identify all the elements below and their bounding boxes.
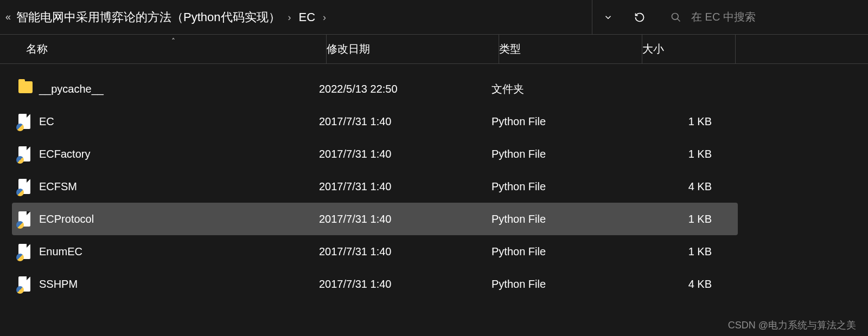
file-size: 1 KB bbox=[635, 213, 716, 225]
file-name: __pycache__ bbox=[39, 83, 319, 95]
column-header-date[interactable]: 修改日期 bbox=[327, 35, 499, 63]
breadcrumb-item[interactable]: EC bbox=[296, 0, 319, 34]
file-type: Python File bbox=[492, 213, 635, 225]
file-type: Python File bbox=[492, 278, 635, 290]
python-file-icon bbox=[18, 211, 31, 227]
file-row[interactable]: ECFSM2017/7/31 1:40Python File4 KB bbox=[12, 170, 738, 203]
file-date: 2017/7/31 1:40 bbox=[319, 278, 492, 290]
file-row[interactable]: SSHPM2017/7/31 1:40Python File4 KB bbox=[12, 268, 738, 300]
search-input[interactable] bbox=[691, 11, 854, 23]
file-size: 4 KB bbox=[635, 180, 716, 193]
breadcrumb-item[interactable]: 智能电网中采用博弈论的方法（Python代码实现） bbox=[13, 0, 284, 34]
file-name: SSHPM bbox=[39, 278, 319, 290]
file-name: ECProtocol bbox=[39, 213, 319, 225]
column-header-row: ˄ 名称 修改日期 类型 大小 bbox=[0, 35, 868, 64]
history-chevron-icon[interactable]: « bbox=[5, 11, 13, 23]
svg-line-1 bbox=[678, 18, 680, 21]
search-icon bbox=[671, 12, 681, 23]
file-name: ECFSM bbox=[39, 180, 319, 193]
file-date: 2017/7/31 1:40 bbox=[319, 180, 492, 193]
chevron-right-icon: › bbox=[318, 0, 330, 34]
folder-icon bbox=[18, 81, 31, 96]
column-header-size[interactable]: 大小 bbox=[642, 35, 736, 63]
file-row[interactable]: ECProtocol2017/7/31 1:40Python File1 KB bbox=[12, 203, 738, 235]
recent-locations-button[interactable] bbox=[592, 0, 624, 34]
file-name: ECFactory bbox=[39, 148, 319, 160]
python-file-icon bbox=[18, 179, 31, 194]
file-type: Python File bbox=[492, 180, 635, 193]
refresh-button[interactable] bbox=[624, 0, 655, 34]
column-header-spacer bbox=[736, 35, 752, 63]
file-date: 2017/7/31 1:40 bbox=[319, 245, 492, 258]
search-box[interactable] bbox=[655, 0, 868, 34]
address-bar[interactable]: « 智能电网中采用博弈论的方法（Python代码实现） › EC › bbox=[0, 0, 592, 34]
file-type: Python File bbox=[492, 245, 635, 258]
file-type: Python File bbox=[492, 115, 635, 128]
file-type: 文件夹 bbox=[492, 82, 635, 96]
file-date: 2017/7/31 1:40 bbox=[319, 148, 492, 160]
file-size: 4 KB bbox=[635, 278, 716, 290]
file-date: 2022/5/13 22:50 bbox=[319, 83, 492, 95]
column-header-name[interactable]: 名称 bbox=[26, 35, 327, 63]
file-row[interactable]: __pycache__2022/5/13 22:50文件夹 bbox=[12, 73, 738, 105]
file-name: EnumEC bbox=[39, 245, 319, 258]
chevron-right-icon: › bbox=[284, 0, 296, 34]
file-row[interactable]: ECFactory2017/7/31 1:40Python File1 KB bbox=[12, 138, 738, 170]
python-file-icon bbox=[18, 146, 31, 161]
python-file-icon bbox=[18, 244, 31, 259]
svg-point-0 bbox=[672, 13, 679, 20]
file-list: __pycache__2022/5/13 22:50文件夹EC2017/7/31… bbox=[0, 64, 738, 300]
python-file-icon bbox=[18, 276, 31, 292]
file-name: EC bbox=[39, 115, 319, 128]
file-type: Python File bbox=[492, 148, 635, 160]
file-date: 2017/7/31 1:40 bbox=[319, 115, 492, 128]
watermark: CSDN @电力系统与算法之美 bbox=[728, 319, 856, 332]
file-size: 1 KB bbox=[635, 148, 716, 160]
python-file-icon bbox=[18, 114, 31, 129]
file-row[interactable]: EnumEC2017/7/31 1:40Python File1 KB bbox=[12, 235, 738, 268]
sort-caret-up-icon[interactable]: ˄ bbox=[171, 37, 175, 46]
toolbar: « 智能电网中采用博弈论的方法（Python代码实现） › EC › bbox=[0, 0, 868, 35]
file-date: 2017/7/31 1:40 bbox=[319, 213, 492, 225]
file-size: 1 KB bbox=[635, 245, 716, 258]
file-size: 1 KB bbox=[635, 115, 716, 128]
column-header-type[interactable]: 类型 bbox=[499, 35, 642, 63]
file-row[interactable]: EC2017/7/31 1:40Python File1 KB bbox=[12, 105, 738, 138]
